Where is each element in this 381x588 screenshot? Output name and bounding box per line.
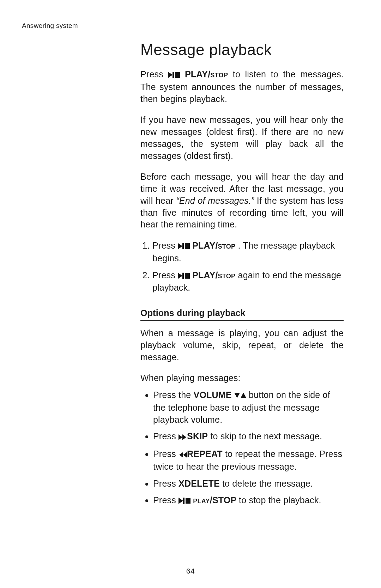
svg-marker-6 [178,273,182,279]
fast-forward-icon [179,431,187,443]
svg-rect-2 [175,72,180,78]
text: /STOP [210,495,236,505]
text: to skip to the next message. [210,431,322,441]
list-item: Press the VOLUME button on the side of t… [153,389,344,426]
svg-marker-12 [182,434,186,440]
play-stop-icon [178,240,190,253]
list-item: Press XDELETE to delete the message. [153,478,344,490]
svg-marker-11 [179,434,182,440]
play-stop-icon [179,495,190,507]
text-italic: “End of messages.” [176,196,254,206]
svg-rect-5 [185,243,190,249]
svg-marker-14 [179,452,183,458]
text-bold: VOLUME [194,390,232,400]
text: to stop the playback. [239,495,321,505]
text: PLAY/ [185,69,210,79]
manual-page: Answering system Message playback Press … [0,0,381,588]
paragraph: When a message is playing, you can adjus… [140,327,344,363]
svg-marker-3 [178,243,182,249]
bullet-list: Press the VOLUME button on the side of t… [140,389,344,507]
paragraph: Before each message, you will hear the d… [140,171,344,231]
text: PLAY/ [192,270,218,280]
svg-marker-0 [168,72,173,78]
list-item: Press SKIP to skip to the next message. [153,430,344,443]
play-stop-label: PLAY/stop [178,240,238,250]
text: Press [140,69,168,79]
svg-rect-1 [173,72,174,78]
svg-rect-17 [186,498,190,504]
text-bold: SKIP [187,431,208,441]
text-small-caps: stop [218,240,236,250]
volume-down-up-icon [234,390,246,402]
text: Press [152,270,178,280]
text: Press [153,479,179,488]
paragraph: If you have new messages, you will hear … [140,114,344,162]
svg-marker-9 [234,393,240,398]
svg-rect-4 [182,243,184,249]
page-title: Message playback [140,41,344,59]
paragraph: When playing messages: [140,372,344,384]
list-item: Press REPEAT to repeat the message. Pres… [153,448,344,473]
page-number: 64 [0,567,381,575]
play-stop-label: PLAY/stop [178,270,238,280]
step: Press PLAY/stop . The message playback b… [152,240,344,265]
text: Press the [153,390,194,400]
text-small-caps: stop [218,270,236,280]
svg-marker-10 [241,393,246,398]
svg-rect-8 [185,273,190,279]
step: Press PLAY/stop again to end the message… [152,269,344,294]
rewind-icon [179,449,187,461]
text: PLAY/ [192,240,218,250]
play-stop-label: play/STOP [179,495,239,505]
content-column: Message playback Press PLAY/stop to list… [140,41,344,507]
paragraph: Press PLAY/stop to listen to the message… [140,69,344,105]
text: Press [153,495,179,505]
text-small-caps: play [193,495,210,505]
text: Press [152,240,178,250]
text: to delete the message. [222,479,313,488]
text: Press [153,449,179,459]
list-item: Press play/STOP to stop the playback. [153,494,344,507]
running-head: Answering system [22,22,347,30]
play-stop-icon [168,69,180,81]
play-stop-label: PLAY/stop [168,69,232,79]
section-heading: Options during playback [140,308,344,321]
numbered-steps: Press PLAY/stop . The message playback b… [140,240,344,294]
text-small-caps: stop [210,69,228,79]
text-bold: DELETE [185,479,220,488]
svg-marker-13 [183,452,187,458]
play-stop-icon [178,270,190,282]
svg-marker-15 [179,498,183,504]
text-bold: X [179,479,185,488]
text: Press [153,431,179,441]
text-bold: REPEAT [187,449,223,459]
svg-rect-16 [183,498,185,504]
svg-rect-7 [182,273,184,279]
